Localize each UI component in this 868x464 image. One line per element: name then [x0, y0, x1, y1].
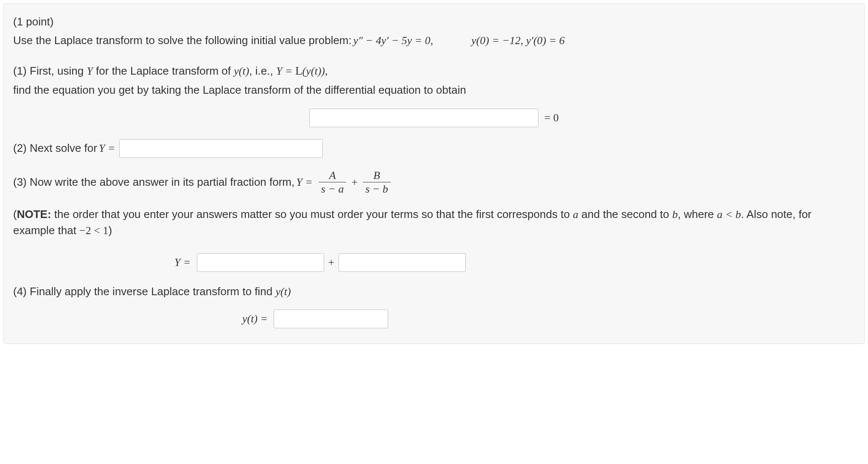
part1-line2: find the equation you get by taking the …: [13, 82, 855, 98]
part1-text3: , i.e.,: [249, 64, 276, 77]
laplace-operator-icon: L: [295, 64, 302, 77]
problem-card: (1 point) Use the Laplace transform to s…: [3, 3, 865, 344]
partial-fraction-term2-input[interactable]: [339, 253, 466, 272]
laplace-equation-input[interactable]: [309, 109, 538, 127]
part2-Y-equals: Y =: [99, 140, 115, 157]
equals-zero: = 0: [544, 110, 559, 126]
partial-plus: +: [328, 254, 335, 271]
note-t3: , where: [678, 208, 717, 221]
note-line: (NOTE: the order that you enter your ans…: [13, 207, 855, 238]
frac-B-num: B: [371, 170, 383, 181]
part1-answer-row: = 0: [13, 109, 855, 127]
partial-Y-equals: Y =: [174, 254, 191, 271]
note-b: b: [672, 208, 678, 221]
note-label: NOTE:: [17, 208, 51, 221]
note-a: a: [573, 208, 578, 221]
part1-text: (1) First, using: [13, 64, 87, 77]
note-cond: a < b: [717, 208, 741, 221]
points-line: (1 point): [13, 14, 855, 30]
frac-A-num: A: [327, 170, 339, 181]
ode-equation: y″ − 4y′ − 5y = 0,: [353, 33, 433, 49]
part4-line: (4) Finally apply the inverse Laplace tr…: [13, 284, 855, 300]
part1-yt: y(t): [234, 65, 249, 77]
part2-row: (2) Next solve for Y =: [13, 139, 855, 158]
note-example: −2 < 1: [79, 224, 108, 237]
yt-equals: y(t) =: [242, 311, 268, 327]
partial-fraction-answer-row: Y = +: [13, 253, 855, 272]
part3-Y-equals: Y =: [296, 174, 313, 190]
prompt-line: Use the Laplace transform to solve the f…: [13, 33, 855, 49]
part1-eq: Y =: [276, 65, 295, 77]
part1-text2: for the Laplace transform of: [93, 64, 234, 77]
initial-conditions: y(0) = −12, y′(0) = 6: [471, 33, 565, 49]
frac-B-den: s − b: [363, 183, 391, 195]
part4-answer-row: y(t) =: [13, 310, 855, 328]
note-t1: the order that you enter your answers ma…: [51, 208, 573, 221]
fraction-B: B s − b: [363, 170, 391, 195]
solve-for-Y-input[interactable]: [119, 139, 323, 158]
note-t5: ): [108, 224, 112, 237]
frac-A-den: s − a: [319, 183, 347, 195]
part3-prefix: (3) Now write the above answer in its pa…: [13, 174, 294, 190]
prompt-prefix: Use the Laplace transform to solve the f…: [13, 33, 352, 49]
part4-text: (4) Finally apply the inverse Laplace tr…: [13, 285, 276, 298]
partial-fraction-term1-input[interactable]: [197, 253, 324, 272]
inverse-laplace-input[interactable]: [274, 310, 388, 328]
part3-row: (3) Now write the above answer in its pa…: [13, 170, 855, 195]
part1-larg: (y(t)),: [302, 65, 328, 77]
fraction-A: A s − a: [319, 170, 347, 195]
part1-Y: Y: [87, 65, 92, 77]
plus-sign: +: [351, 174, 358, 190]
part2-prefix: (2) Next solve for: [13, 140, 97, 157]
part1-line1: (1) First, using Y for the Laplace trans…: [13, 63, 855, 80]
part4-yt: y(t): [276, 285, 291, 298]
note-t2: and the second to: [578, 208, 672, 221]
